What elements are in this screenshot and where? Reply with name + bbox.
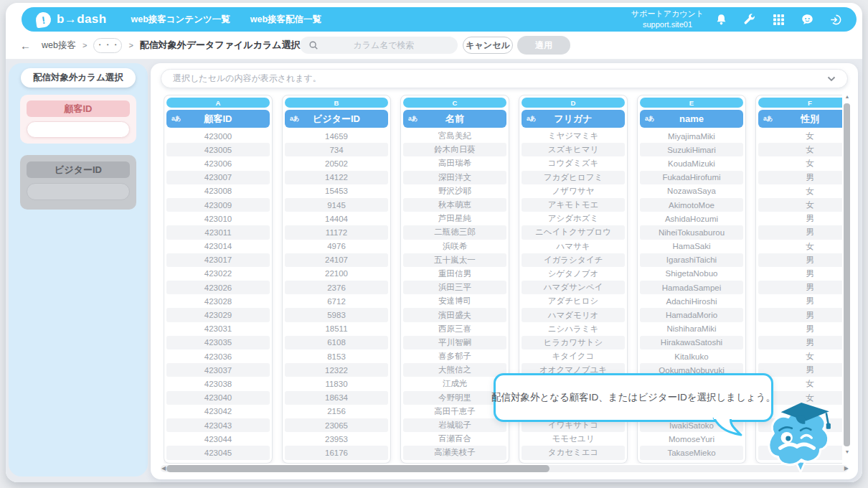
breadcrumb-ellipsis-button[interactable]: ・・・ <box>93 38 122 53</box>
column-search-input[interactable] <box>319 39 449 51</box>
table-cell[interactable]: ハマダサンペイ <box>522 281 625 294</box>
table-cell[interactable]: 男 <box>758 281 842 294</box>
table-cell[interactable]: 22100 <box>285 267 388 281</box>
table-cell[interactable]: 女 <box>758 198 842 212</box>
table-cell[interactable]: 423045 <box>166 446 270 459</box>
apply-button[interactable]: 適用 <box>517 36 570 55</box>
table-cell[interactable] <box>640 460 743 461</box>
scroll-up-arrow-icon[interactable]: ▲ <box>844 94 851 100</box>
table-cell[interactable]: 423031 <box>166 322 270 336</box>
table-cell[interactable]: 11172 <box>285 225 388 239</box>
table-cell[interactable]: AkimotoMoe <box>640 198 743 212</box>
column-letter[interactable]: D <box>522 98 625 108</box>
table-cell[interactable]: 423005 <box>166 143 270 156</box>
table-cell[interactable]: 423006 <box>166 156 270 170</box>
account-info[interactable]: サポートアカウント support.site01 <box>631 9 704 30</box>
table-cell[interactable]: 423028 <box>166 294 270 308</box>
column-letter[interactable]: B <box>285 98 388 108</box>
cancel-button[interactable]: キャンセル <box>463 37 513 54</box>
table-cell[interactable]: 男 <box>758 225 842 239</box>
table-cell[interactable]: アシダホズミ <box>522 212 625 225</box>
table-cell[interactable]: アキモトモエ <box>522 198 625 212</box>
scroll-left-arrow-icon[interactable]: ◀ <box>161 465 166 472</box>
table-cell[interactable]: 平川智嗣 <box>403 336 506 349</box>
table-cell[interactable]: 女 <box>758 349 842 363</box>
table-cell[interactable]: 野沢沙耶 <box>403 184 506 198</box>
table-cell[interactable]: 岩城聡子 <box>403 418 506 432</box>
nav-item-web-deliveries[interactable]: web接客配信一覧 <box>250 14 321 26</box>
table-cell[interactable]: 浜田三平 <box>403 281 506 294</box>
customer-id-input[interactable] <box>27 121 130 138</box>
table-cell[interactable]: 百瀬百合 <box>403 432 506 446</box>
table-cell[interactable]: IgarashiTaichi <box>640 253 743 267</box>
table-cell[interactable]: ミヤジマミキ <box>522 129 625 143</box>
breadcrumb-root[interactable]: web接客 <box>42 39 76 52</box>
column-header[interactable]: aあ顧客ID <box>166 110 270 128</box>
table-cell[interactable]: 15453 <box>285 184 388 198</box>
table-cell[interactable]: KitaIkuko <box>640 349 743 363</box>
table-cell[interactable]: 423038 <box>166 377 270 390</box>
table-cell[interactable]: 五十嵐太一 <box>403 253 506 267</box>
visitor-id-input[interactable] <box>27 183 130 200</box>
table-cell[interactable]: コウダミズキ <box>522 156 625 170</box>
table-cell[interactable]: 男 <box>758 253 842 267</box>
table-cell[interactable]: SuzukiHimari <box>640 143 743 156</box>
column-letter[interactable]: C <box>403 98 506 108</box>
table-cell[interactable]: 女 <box>758 143 842 156</box>
table-cell[interactable]: 重田信男 <box>403 267 506 281</box>
table-cell[interactable]: 9145 <box>285 198 388 212</box>
table-cell[interactable]: 鈴木向日葵 <box>403 143 506 156</box>
table-cell[interactable]: 喜多郁子 <box>403 349 506 363</box>
table-cell[interactable]: ヒラカワサトシ <box>522 336 625 349</box>
table-cell[interactable]: 浜咲希 <box>403 240 506 253</box>
table-cell[interactable]: 深田洋文 <box>403 171 506 184</box>
table-cell[interactable]: TakaseMieko <box>640 446 743 459</box>
table-cell[interactable]: 423007 <box>166 171 270 184</box>
vertical-scrollbar-thumb[interactable] <box>844 103 850 446</box>
table-cell[interactable]: 423008 <box>166 184 270 198</box>
table-cell[interactable]: HamaSaki <box>640 240 743 253</box>
table-cell[interactable]: NozawaSaya <box>640 184 743 198</box>
table-cell[interactable]: 安達博司 <box>403 294 506 308</box>
table-cell[interactable]: 14122 <box>285 171 388 184</box>
table-cell[interactable]: 男 <box>758 322 842 336</box>
table-cell[interactable]: 423011 <box>166 225 270 239</box>
table-cell[interactable]: 8153 <box>285 349 388 363</box>
table-cell[interactable]: MiyajimaMiki <box>640 129 743 143</box>
table-cell[interactable] <box>522 460 625 461</box>
table-cell[interactable]: KoudaMizuki <box>640 156 743 170</box>
table-cell[interactable]: AshidaHozumi <box>640 212 743 225</box>
column-header[interactable]: aあビジターID <box>285 110 388 128</box>
table-cell[interactable]: 14404 <box>285 212 388 225</box>
table-cell[interactable]: 423036 <box>166 349 270 363</box>
table-cell[interactable]: 女 <box>758 240 842 253</box>
horizontal-scrollbar-thumb[interactable] <box>166 465 549 472</box>
table-cell[interactable]: キタイクコ <box>522 349 625 363</box>
table-cell[interactable] <box>285 460 388 461</box>
column-letter[interactable]: F <box>758 98 842 108</box>
table-cell[interactable]: アダチヒロシ <box>522 294 625 308</box>
table-cell[interactable]: 18511 <box>285 322 388 336</box>
column-header[interactable]: aあ性別 <box>758 110 842 128</box>
table-cell[interactable]: 男 <box>758 308 842 322</box>
table-cell[interactable]: 24107 <box>285 253 388 267</box>
table-cell[interactable]: 23953 <box>285 432 388 446</box>
column-header[interactable]: aあフリガナ <box>522 110 625 128</box>
table-cell[interactable]: ニヘイトクサブロウ <box>522 225 625 239</box>
table-cell[interactable]: 女 <box>758 129 842 143</box>
mascot-character[interactable] <box>759 398 835 475</box>
table-cell[interactable]: 16176 <box>285 446 388 459</box>
table-cell[interactable]: 423009 <box>166 198 270 212</box>
logout-icon[interactable] <box>830 14 842 26</box>
table-cell[interactable]: 二瓶徳三郎 <box>403 225 506 239</box>
table-cell[interactable]: HirakawaSatoshi <box>640 336 743 349</box>
table-cell[interactable]: 2156 <box>285 405 388 418</box>
table-cell[interactable]: 423044 <box>166 432 270 446</box>
table-cell[interactable]: 423022 <box>166 267 270 281</box>
table-cell[interactable]: 芦田星純 <box>403 212 506 225</box>
table-cell[interactable]: 6712 <box>285 294 388 308</box>
table-cell[interactable]: FukadaHirofumi <box>640 171 743 184</box>
table-cell[interactable]: 423042 <box>166 405 270 418</box>
table-cell[interactable]: 秋本萌恵 <box>403 198 506 212</box>
table-cell[interactable]: 12322 <box>285 363 388 377</box>
